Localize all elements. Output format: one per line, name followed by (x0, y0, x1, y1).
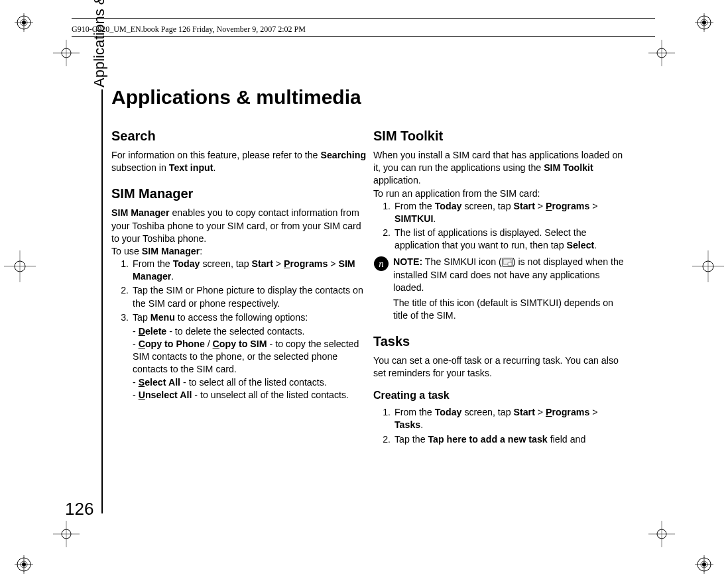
step-3-delete: - Delete - to delete the selected contac… (133, 325, 367, 338)
left-column: Search For information on this feature, … (111, 125, 367, 401)
sim-manager-heading: SIM Manager (111, 185, 367, 203)
crop-mark-icon (15, 555, 33, 574)
register-mark-icon (692, 250, 724, 282)
vertical-tab-label: Applications & multimedia (91, 0, 108, 87)
svg-point-14 (22, 562, 26, 566)
note-block: n NOTE: The SIMKUI icon () is not displa… (373, 256, 629, 294)
sim-manager-use: To use SIM Manager: (111, 245, 367, 258)
stk-step-2: 2. The list of applications is displayed… (373, 227, 629, 252)
simkui-icon (502, 258, 513, 267)
right-column: SIM Toolkit When you install a SIM card … (373, 125, 629, 447)
search-heading: Search (111, 127, 367, 145)
task-step-2: 2. Tap the Tap here to add a new task fi… (373, 433, 629, 446)
step-3-copy: - Copy to Phone / Copy to SIM - to copy … (133, 338, 367, 376)
register-mark-icon (4, 250, 36, 282)
register-mark-icon (53, 521, 80, 547)
step-1: 1. From the Today screen, tap Start > Pr… (111, 258, 367, 283)
step-3-unselect-all: - Unselect All - to unselect all of the … (133, 389, 367, 401)
sim-toolkit-heading: SIM Toolkit (373, 127, 629, 145)
svg-rect-41 (508, 262, 512, 266)
note-body-2: The title of this icon (default is SIMTK… (393, 297, 629, 322)
search-body: For information on this feature, please … (111, 149, 367, 174)
crop-mark-icon (695, 555, 713, 574)
stk-step-1: 1. From the Today screen, tap Start > Pr… (373, 200, 629, 225)
register-mark-icon (648, 40, 675, 66)
task-step-1: 1. From the Today screen, tap Start > Pr… (373, 406, 629, 431)
sim-toolkit-run: To run an application from the SIM card: (373, 187, 629, 200)
step-2: 2. Tap the SIM or Phone picture to displ… (111, 284, 367, 309)
svg-point-19 (702, 562, 706, 566)
crop-mark-icon (695, 13, 713, 32)
page-title: Applications & multimedia (111, 86, 361, 109)
sim-manager-intro: SIM Manager enables you to copy contact … (111, 207, 367, 245)
step-3-select-all: - Select All - to select all of the list… (133, 376, 367, 389)
creating-task-heading: Creating a task (373, 388, 629, 403)
tasks-heading: Tasks (373, 333, 629, 350)
sim-toolkit-intro: When you install a SIM card that has app… (373, 149, 629, 187)
header-rule-bottom (72, 36, 655, 37)
vertical-divider (101, 89, 103, 513)
tasks-intro: You can set a one-off task or a recurrin… (373, 354, 629, 380)
note-icon: n (373, 256, 389, 272)
step-3: 3. Tap Menu to access the following opti… (111, 311, 367, 324)
svg-point-4 (22, 21, 26, 25)
page-number: 126 (65, 499, 93, 519)
header-rule-top (72, 18, 655, 19)
svg-text:n: n (379, 258, 384, 269)
svg-point-9 (702, 21, 706, 25)
register-mark-icon (648, 521, 675, 547)
register-mark-icon (53, 40, 80, 66)
crop-mark-icon (15, 13, 33, 32)
